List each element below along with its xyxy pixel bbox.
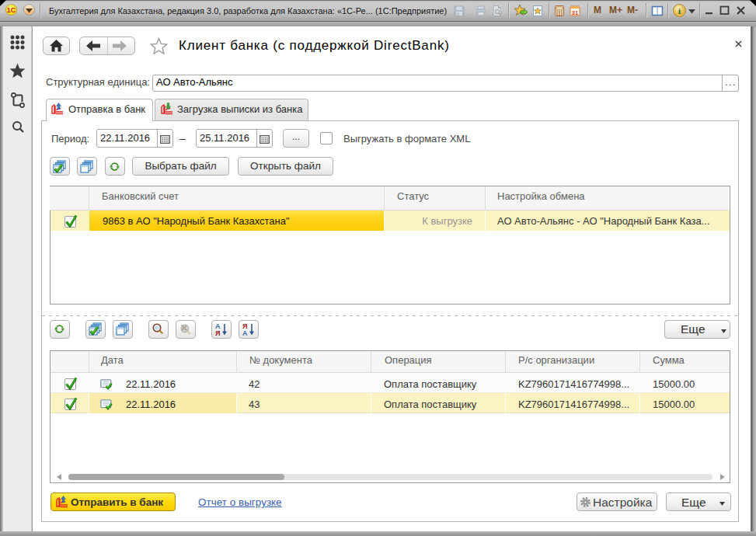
svg-text:А: А <box>242 329 248 337</box>
svg-text:31: 31 <box>572 9 578 16</box>
svg-text:i: i <box>678 6 681 16</box>
svg-text:Я: Я <box>215 329 220 337</box>
